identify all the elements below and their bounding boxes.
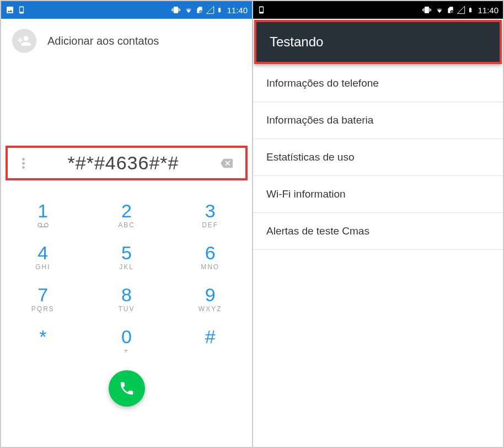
phone-status-icon	[258, 5, 265, 15]
more-icon[interactable]	[17, 157, 30, 170]
voicemail-icon	[37, 221, 49, 229]
key-4[interactable]: 4 GHI	[1, 236, 85, 278]
battery-icon	[468, 5, 473, 15]
spacer	[1, 63, 252, 146]
sim-icon	[447, 6, 454, 14]
svg-point-5	[44, 223, 48, 227]
add-contact-label: Adicionar aos contatos	[47, 35, 159, 47]
key-8[interactable]: 8 TUV	[85, 278, 169, 319]
status-time: 11:40	[478, 6, 498, 15]
key-0[interactable]: 0 +	[85, 319, 169, 361]
vibrate-icon	[421, 6, 432, 14]
svg-point-4	[38, 223, 42, 227]
dialer-screen: 11:40 Adicionar aos contatos *#*#4636#*#…	[1, 1, 252, 447]
image-icon	[6, 6, 14, 14]
call-button-row	[1, 361, 252, 418]
svg-point-1	[22, 158, 25, 161]
backspace-button[interactable]	[217, 153, 237, 173]
add-contact-icon	[12, 29, 36, 53]
key-star[interactable]: *	[1, 319, 85, 361]
vibrate-icon	[170, 6, 181, 14]
key-2[interactable]: 2 ABC	[85, 194, 169, 236]
menu-item-usage-stats[interactable]: Estatísticas de uso	[253, 139, 503, 176]
page-title: Testando	[254, 20, 502, 64]
add-contact-row[interactable]: Adicionar aos contatos	[1, 19, 252, 63]
menu-item-cmas-alerts[interactable]: Alertas de teste Cmas	[253, 213, 503, 250]
testing-menu: Informações do telefone Informações da b…	[253, 65, 503, 250]
menu-item-wifi-info[interactable]: Wi-Fi information	[253, 176, 503, 213]
dialer-keypad: 1 2 ABC 3 DEF 4 GHI 5 JKL 6 MNO 7 P	[1, 194, 252, 361]
key-6[interactable]: 6 MNO	[168, 236, 252, 278]
key-hash[interactable]: #	[168, 319, 252, 361]
signal-icon	[206, 6, 215, 14]
menu-item-battery-info[interactable]: Informações da bateria	[253, 102, 503, 139]
status-time: 11:40	[227, 6, 248, 15]
call-button[interactable]	[109, 370, 145, 407]
status-bar-right: 11:40	[253, 1, 503, 19]
dialed-number-bar: *#*#4636#*#	[6, 146, 248, 180]
wifi-icon	[435, 6, 444, 14]
wifi-icon	[184, 6, 194, 14]
battery-icon	[217, 5, 222, 15]
svg-point-3	[22, 166, 25, 169]
key-9[interactable]: 9 WXYZ	[168, 278, 252, 319]
svg-point-2	[22, 162, 25, 164]
dialed-number: *#*#4636#*#	[68, 152, 179, 174]
testing-screen: 11:40 Testando Informações do telefone I…	[252, 1, 503, 447]
key-7[interactable]: 7 PQRS	[1, 278, 85, 319]
phone-status-icon	[18, 5, 25, 15]
key-1[interactable]: 1	[1, 194, 85, 236]
menu-item-phone-info[interactable]: Informações do telefone	[253, 65, 503, 102]
key-3[interactable]: 3 DEF	[168, 194, 252, 236]
signal-icon	[457, 6, 465, 14]
sim-icon	[196, 6, 203, 14]
key-5[interactable]: 5 JKL	[85, 236, 169, 278]
status-bar-left: 11:40	[1, 1, 252, 19]
